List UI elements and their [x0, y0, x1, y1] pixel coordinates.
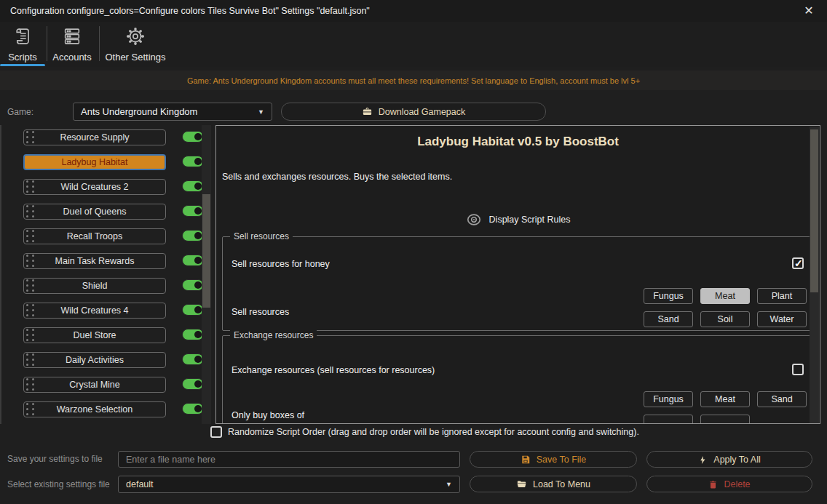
resource-button[interactable]: Fungus [644, 288, 693, 304]
script-title: Ladybug Habitat v0.5 by BoostBot [216, 135, 820, 149]
script-row: Daily Activities [1, 348, 213, 372]
script-description: Sells and exchanges resources. Buys the … [222, 172, 452, 182]
script-settings-panel: Ladybug Habitat v0.5 by BoostBot Sells a… [215, 125, 820, 424]
floppy-icon [521, 454, 531, 465]
file-name-input[interactable] [118, 451, 460, 468]
script-toggle[interactable] [182, 329, 204, 340]
save-to-file-label: Save To File [537, 455, 587, 465]
save-to-file-button[interactable]: Save To File [470, 451, 637, 468]
resource-button[interactable]: Meat [700, 391, 750, 407]
briefcase-icon [362, 106, 373, 117]
script-row: Recall Troops [1, 224, 213, 249]
script-toggle[interactable] [182, 353, 204, 365]
script-button[interactable]: Wild Creatures 2 [23, 179, 166, 195]
sidebar-scrollbar[interactable] [202, 125, 211, 424]
panel-scrollbar-thumb[interactable] [810, 129, 818, 292]
script-toggle[interactable] [182, 279, 204, 291]
tab-divider [99, 26, 100, 61]
gear-icon [100, 26, 170, 48]
group-legend: Sell resources [230, 231, 293, 241]
tabbar: Scripts Accounts [0, 22, 827, 67]
save-settings-label: Save your settings to file [7, 454, 103, 464]
exchange-resources-label: Exchange resources (sell resources for r… [232, 365, 435, 375]
script-toggle[interactable] [182, 255, 204, 266]
script-toggle[interactable] [182, 156, 204, 167]
settings-file-value: default [126, 479, 446, 489]
script-list: Resource Supply Ladybug Habitat Wild Cre… [0, 125, 213, 424]
chevron-down-icon: ▼ [446, 481, 452, 488]
script-toggle[interactable] [182, 378, 204, 390]
exchange-resource-buttons: FungusMeatSand [644, 391, 807, 424]
script-row: Resource Supply [1, 125, 213, 150]
script-row: Duel of Queens [1, 199, 213, 224]
settings-file-select[interactable]: default ▼ [118, 476, 460, 493]
resource-button[interactable]: Plant [757, 288, 807, 304]
script-row: Main Task Rewards [1, 249, 213, 273]
sell-resources-group: Sell resources Sell resources for honey … [222, 236, 813, 331]
script-toggle[interactable] [182, 131, 204, 143]
close-icon[interactable]: ✕ [801, 3, 817, 19]
resource-button[interactable]: Fungus [644, 391, 693, 407]
script-toggle[interactable] [182, 304, 204, 316]
script-button[interactable]: Ladybug Habitat [23, 154, 166, 170]
download-gamepack-label: Download Gamepack [379, 107, 466, 117]
resource-button[interactable]: Meat [700, 288, 750, 304]
tab-scripts[interactable]: Scripts [0, 25, 45, 64]
scroll-icon [0, 26, 45, 48]
script-button[interactable]: Duel Store [23, 327, 166, 343]
download-gamepack-button[interactable]: Download Gamepack [281, 103, 546, 121]
game-label: Game: [7, 107, 33, 117]
tab-accounts[interactable]: Accounts [48, 25, 96, 64]
window-title: Configuration configure_colors=Configure… [10, 6, 370, 16]
randomize-row: Randomize Script Order (drag and drop or… [210, 426, 639, 438]
tab-label: Scripts [8, 52, 37, 63]
script-button[interactable]: Daily Activities [23, 352, 166, 368]
script-row: Wild Creatures 4 [1, 298, 213, 323]
load-to-menu-button[interactable]: Load To Menu [470, 476, 637, 492]
resource-button[interactable]: Water [757, 311, 807, 327]
resource-button-partial[interactable] [644, 415, 693, 424]
only-buy-boxes-label: Only buy boxes of [232, 410, 304, 420]
script-button[interactable]: Crystal Mine [23, 377, 166, 393]
script-toggle[interactable] [182, 403, 204, 415]
resource-button[interactable]: Soil [700, 311, 750, 327]
folder-icon [516, 479, 527, 489]
titlebar: Configuration configure_colors=Configure… [0, 0, 827, 22]
display-script-rules-label: Display Script Rules [489, 215, 571, 225]
resource-button-partial[interactable] [700, 415, 750, 424]
resource-button[interactable]: Sand [644, 311, 693, 327]
script-toggle[interactable] [182, 205, 204, 217]
script-toggle[interactable] [182, 180, 204, 192]
active-tab-underline [0, 64, 45, 66]
configuration-window: Configuration configure_colors=Configure… [0, 0, 827, 504]
script-button[interactable]: Resource Supply [23, 129, 166, 145]
game-select[interactable]: Ants Underground Kingdom ▼ [73, 103, 272, 121]
exchange-resources-checkbox[interactable] [792, 364, 804, 375]
sell-resources-label: Sell resources [232, 307, 289, 317]
resource-button[interactable]: Sand [757, 391, 807, 407]
select-settings-label: Select existing settings file [7, 479, 110, 489]
tab-label: Accounts [52, 52, 91, 63]
script-button[interactable]: Wild Creatures 4 [23, 303, 166, 319]
delete-button[interactable]: Delete [646, 476, 812, 492]
script-button[interactable]: Recall Troops [23, 228, 166, 244]
tab-divider [47, 26, 47, 61]
tab-other-settings[interactable]: Other Settings [100, 25, 170, 64]
script-row: Warzone Selection [1, 397, 213, 422]
apply-to-all-button[interactable]: Apply To All [646, 451, 812, 468]
panel-scrollbar[interactable] [810, 127, 819, 424]
script-row: Wild Creatures 2 [1, 175, 213, 199]
script-button[interactable]: Duel of Queens [23, 204, 166, 220]
game-select-value: Ants Underground Kingdom [81, 106, 258, 117]
warning-band: Game: Ants Underground Kingdom accounts … [0, 71, 827, 90]
randomize-checkbox[interactable] [210, 426, 222, 438]
script-button[interactable]: Main Task Rewards [23, 253, 166, 269]
sidebar-scrollbar-thumb[interactable] [202, 194, 210, 308]
script-toggle[interactable] [182, 230, 204, 241]
display-script-rules[interactable]: Display Script Rules [216, 212, 820, 228]
script-row: Ladybug Habitat [1, 150, 213, 175]
sell-for-honey-checkbox[interactable] [792, 257, 804, 269]
eye-icon [466, 212, 482, 228]
script-button[interactable]: Shield [23, 278, 166, 294]
script-button[interactable]: Warzone Selection [23, 401, 166, 417]
